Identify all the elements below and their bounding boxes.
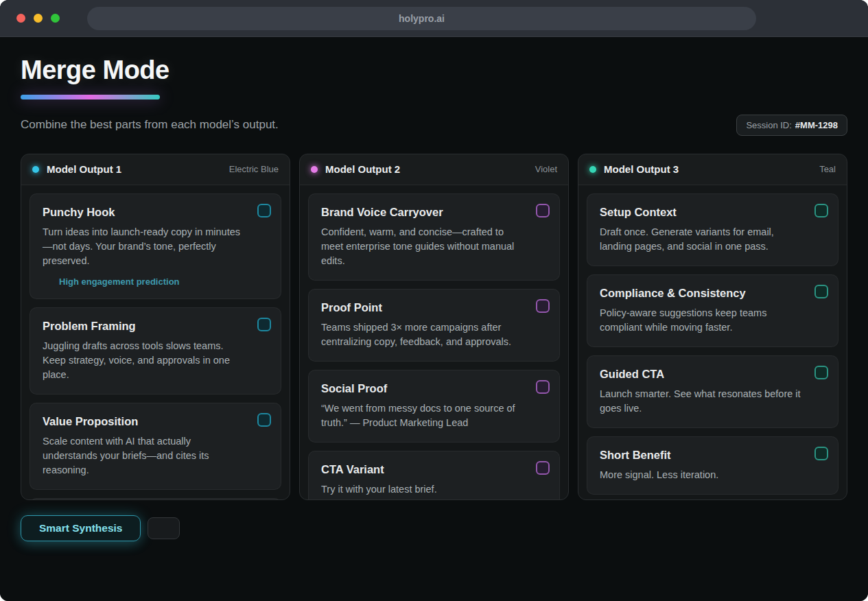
card-title: Short Benefit bbox=[600, 449, 805, 462]
panel-header: Model Output 2 Violet bbox=[300, 154, 568, 185]
snippet-card[interactable]: Proof Point Teams shipped 3× more campai… bbox=[308, 289, 560, 362]
snippet-card[interactable]: Value Proposition Scale content with AI … bbox=[30, 403, 281, 490]
card-body: “We went from messy docs to one source o… bbox=[321, 401, 526, 430]
model-output-panel: Model Output 2 Violet Brand Voice Carryo… bbox=[299, 154, 569, 500]
select-checkbox[interactable] bbox=[814, 204, 828, 217]
snippet-card[interactable]: CTA Variant Try it with your latest brie… bbox=[308, 451, 560, 500]
card-body: Confident, warm, and concise—crafted to … bbox=[321, 225, 526, 268]
snippet-card[interactable]: Guided CTA Launch smarter. See what reso… bbox=[587, 355, 838, 428]
url-bar[interactable]: holypro.ai bbox=[87, 7, 756, 30]
panel-title: Model Output 1 bbox=[47, 163, 229, 175]
select-checkbox[interactable] bbox=[536, 204, 550, 217]
url-text: holypro.ai bbox=[399, 13, 445, 24]
card-title: Problem Framing bbox=[43, 320, 248, 333]
snippet-card[interactable]: Compliance & Consistency Policy-aware su… bbox=[587, 274, 838, 347]
card-list: Setup Context Draft once. Generate varia… bbox=[578, 185, 847, 500]
browser-titlebar: holypro.ai bbox=[0, 0, 868, 37]
snippet-card[interactable]: Problem Framing Juggling drafts across t… bbox=[30, 307, 281, 394]
card-note: High engagement prediction bbox=[43, 276, 248, 287]
card-body: Juggling drafts across tools slows teams… bbox=[43, 339, 248, 382]
card-body: Policy-aware suggestions keep teams comp… bbox=[600, 306, 805, 335]
title-gradient-underline bbox=[21, 95, 160, 99]
snippet-card[interactable]: Short Benefit More signal. Less iteratio… bbox=[587, 436, 838, 495]
session-id-badge: Session ID: #MM-1298 bbox=[736, 115, 847, 136]
model-output-columns: Model Output 1 Electric Blue Punchy Hook… bbox=[21, 154, 847, 500]
accent-dot-icon bbox=[311, 166, 318, 173]
card-title: Value Proposition bbox=[43, 415, 248, 428]
select-checkbox[interactable] bbox=[814, 366, 828, 379]
panel-header: Model Output 3 Teal bbox=[578, 154, 847, 185]
snippet-card[interactable]: Setup Context Draft once. Generate varia… bbox=[587, 193, 838, 266]
panel-title: Model Output 3 bbox=[604, 163, 819, 175]
smart-synthesis-button[interactable]: Smart Synthesis bbox=[21, 515, 141, 541]
action-bar: Smart Synthesis bbox=[21, 515, 847, 541]
select-checkbox[interactable] bbox=[536, 461, 550, 475]
zoom-window-button[interactable] bbox=[51, 14, 60, 23]
card-title: CTA Variant bbox=[321, 463, 526, 476]
accent-dot-icon bbox=[589, 166, 596, 173]
minimize-window-button[interactable] bbox=[34, 14, 43, 23]
accent-name-label: Violet bbox=[535, 164, 557, 174]
card-body: Scale content with AI that actually unde… bbox=[43, 434, 248, 478]
card-list: Brand Voice Carryover Confident, warm, a… bbox=[300, 185, 568, 500]
panel-header: Model Output 1 Electric Blue bbox=[21, 154, 290, 185]
card-title: Punchy Hook bbox=[43, 206, 248, 219]
card-title: Setup Context bbox=[600, 206, 805, 219]
card-title: Proof Point bbox=[321, 301, 526, 314]
app-window: holypro.ai Merge Mode Combine the best p… bbox=[0, 0, 868, 601]
model-output-panel: Model Output 3 Teal Setup Context Draft … bbox=[578, 154, 847, 500]
snippet-card[interactable]: CTA Variant Ship sharper copy. Start you… bbox=[30, 498, 281, 500]
snippet-card[interactable]: Social Proof “We went from messy docs to… bbox=[308, 370, 560, 443]
card-list: Punchy Hook Turn ideas into launch-ready… bbox=[21, 185, 290, 500]
card-title: Guided CTA bbox=[600, 368, 805, 381]
panel-title: Model Output 2 bbox=[325, 163, 535, 175]
select-checkbox[interactable] bbox=[257, 413, 271, 427]
card-body: Launch smarter. See what resonates befor… bbox=[600, 387, 805, 416]
accent-name-label: Teal bbox=[819, 164, 836, 174]
close-window-button[interactable] bbox=[16, 14, 25, 23]
select-checkbox[interactable] bbox=[536, 380, 550, 394]
card-body: Turn ideas into launch-ready copy in min… bbox=[43, 225, 248, 268]
snippet-card[interactable]: Brand Voice Carryover Confident, warm, a… bbox=[308, 193, 560, 281]
accent-name-label: Electric Blue bbox=[229, 164, 279, 174]
select-checkbox[interactable] bbox=[536, 299, 550, 313]
accent-dot-icon bbox=[32, 166, 39, 173]
page-subtitle: Combine the best parts from each model’s… bbox=[21, 118, 279, 132]
model-output-panel: Model Output 1 Electric Blue Punchy Hook… bbox=[21, 154, 290, 500]
card-title: Brand Voice Carryover bbox=[321, 206, 526, 219]
page-content: Merge Mode Combine the best parts from e… bbox=[0, 37, 868, 601]
card-title: Social Proof bbox=[321, 382, 526, 395]
select-checkbox[interactable] bbox=[257, 318, 271, 331]
card-body: More signal. Less iteration. bbox=[600, 468, 805, 482]
select-checkbox[interactable] bbox=[814, 285, 828, 298]
card-body: Teams shipped 3× more campaigns after ce… bbox=[321, 320, 526, 349]
session-id-value: #MM-1298 bbox=[795, 120, 838, 130]
traffic-lights bbox=[16, 14, 60, 23]
card-body: Try it with your latest brief. bbox=[321, 482, 526, 497]
secondary-empty-button[interactable] bbox=[148, 517, 180, 539]
snippet-card[interactable]: Punchy Hook Turn ideas into launch-ready… bbox=[30, 193, 281, 299]
page-title: Merge Mode bbox=[21, 56, 847, 85]
card-title: Compliance & Consistency bbox=[600, 287, 805, 300]
select-checkbox[interactable] bbox=[814, 447, 828, 460]
select-checkbox[interactable] bbox=[257, 204, 271, 217]
card-body: Draft once. Generate variants for email,… bbox=[600, 225, 805, 254]
session-id-label: Session ID: bbox=[746, 120, 791, 130]
